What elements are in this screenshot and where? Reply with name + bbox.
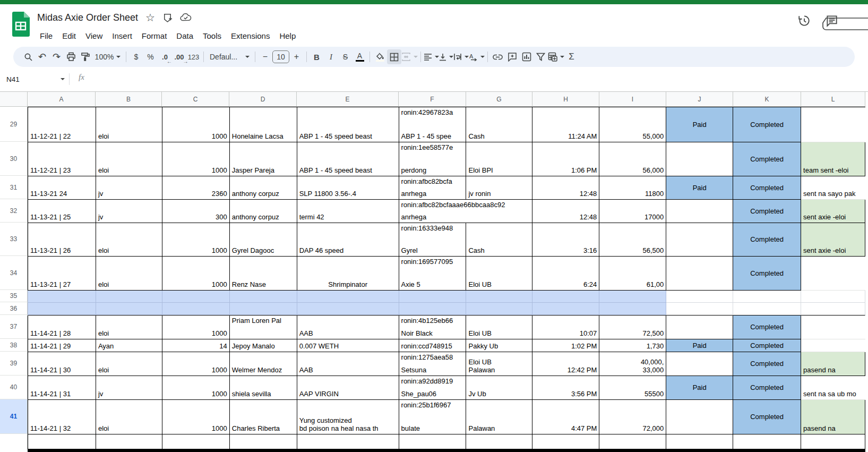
cell-L38[interactable] bbox=[801, 339, 865, 352]
cell-H30[interactable]: 1:06 PM bbox=[532, 142, 599, 176]
cell-I31[interactable]: 11800 bbox=[599, 176, 666, 200]
cell-K34[interactable]: Completed bbox=[733, 257, 801, 291]
cell-I39[interactable]: 40,000,33,000 bbox=[599, 352, 666, 376]
cell-F41[interactable]: ronin:25b1f6967bulate bbox=[399, 400, 467, 434]
column-header-A[interactable]: A bbox=[28, 92, 96, 107]
cell-C37[interactable]: 1000 bbox=[162, 315, 230, 339]
cell-B35[interactable] bbox=[96, 291, 162, 303]
row-header-partial[interactable] bbox=[0, 434, 28, 449]
cell-I34[interactable]: 61,00 bbox=[599, 257, 666, 291]
menu-tools[interactable]: Tools bbox=[198, 29, 226, 42]
cell-A29[interactable]: 11-12-21 | 22 bbox=[28, 107, 96, 142]
cell-L42[interactable] bbox=[801, 434, 865, 450]
cell-L32[interactable]: sent axie -eloi bbox=[801, 200, 865, 223]
cell-B31[interactable]: jv bbox=[96, 176, 162, 200]
star-icon[interactable]: ☆ bbox=[145, 11, 155, 24]
cell-H35[interactable] bbox=[532, 291, 599, 303]
cell-B37[interactable]: eloi bbox=[96, 315, 162, 339]
cell-D35[interactable] bbox=[230, 291, 297, 303]
cell-E31[interactable]: SLP 11800 3.56-.4 bbox=[297, 176, 399, 200]
cell-K33[interactable]: Completed bbox=[733, 223, 801, 257]
number-format-button[interactable]: 123 bbox=[186, 49, 201, 64]
cell-L29[interactable] bbox=[801, 107, 865, 142]
borders-button[interactable] bbox=[387, 49, 401, 64]
cell-I42[interactable] bbox=[599, 434, 666, 450]
table-tools-button[interactable] bbox=[548, 49, 564, 64]
cell-K36[interactable] bbox=[733, 303, 801, 315]
cell-L33[interactable]: sent axie -eloi bbox=[801, 223, 865, 257]
merge-cells-button[interactable] bbox=[401, 49, 418, 64]
cell-F30[interactable]: ronin:1ee58577eperdong bbox=[399, 142, 467, 176]
menu-file[interactable]: File bbox=[35, 29, 57, 42]
undo-icon[interactable]: ↶ bbox=[35, 49, 49, 64]
cell-H42[interactable] bbox=[532, 434, 599, 450]
row-header-40[interactable]: 40 bbox=[0, 376, 28, 399]
cell-J36[interactable] bbox=[666, 303, 733, 315]
cell-B41[interactable]: eloi bbox=[96, 400, 162, 434]
cell-F32[interactable]: ronin:afbc82bcfaaae66bbcaa8c92anrhega bbox=[399, 200, 467, 223]
cell-D31[interactable]: anthony corpuz bbox=[230, 176, 297, 200]
sheets-logo-icon[interactable] bbox=[11, 11, 31, 37]
column-header-L[interactable]: L bbox=[801, 92, 865, 107]
cell-B32[interactable]: jv bbox=[96, 200, 162, 223]
cell-E29[interactable]: ABP 1 - 45 speed beast bbox=[297, 107, 399, 142]
cell-A30[interactable]: 11-12-21 | 23 bbox=[28, 142, 96, 176]
search-icon[interactable] bbox=[21, 49, 35, 64]
cell-B42[interactable] bbox=[96, 434, 162, 450]
fill-color-button[interactable] bbox=[373, 49, 387, 64]
cell-J31[interactable]: Paid bbox=[666, 176, 733, 200]
cell-J41[interactable] bbox=[666, 400, 733, 434]
row-header-29[interactable]: 29 bbox=[0, 107, 28, 142]
version-history-icon[interactable] bbox=[797, 14, 811, 28]
paint-format-icon[interactable] bbox=[78, 49, 92, 64]
column-header-E[interactable]: E bbox=[297, 92, 399, 107]
menu-format[interactable]: Format bbox=[137, 29, 172, 42]
row-header-36[interactable]: 36 bbox=[0, 302, 28, 315]
cell-K32[interactable]: Completed bbox=[733, 200, 801, 223]
font-size-input[interactable]: 10 bbox=[272, 49, 289, 64]
print-icon[interactable] bbox=[64, 49, 78, 64]
cell-K37[interactable]: Completed bbox=[733, 315, 801, 339]
cell-G31[interactable]: jv ronin bbox=[466, 176, 532, 200]
cell-L34[interactable] bbox=[801, 257, 865, 291]
cell-J30[interactable] bbox=[666, 142, 733, 176]
cell-B30[interactable]: eloi bbox=[96, 142, 162, 176]
cell-C42[interactable] bbox=[162, 434, 230, 450]
cloud-saved-icon[interactable] bbox=[180, 13, 192, 22]
cell-K29[interactable]: Completed bbox=[733, 107, 801, 142]
insert-comment-icon[interactable] bbox=[505, 49, 519, 64]
cell-B38[interactable]: Ayan bbox=[96, 339, 162, 352]
cell-D38[interactable]: Jepoy Manalo bbox=[230, 339, 297, 352]
row-header-34[interactable]: 34 bbox=[0, 256, 28, 290]
cell-F31[interactable]: ronin:afbc82bcfaanrhega bbox=[399, 176, 467, 200]
column-header-H[interactable]: H bbox=[532, 92, 599, 107]
cell-G30[interactable]: Eloi BPI bbox=[466, 142, 532, 176]
row-header-39[interactable]: 39 bbox=[0, 352, 28, 376]
row-header-30[interactable]: 30 bbox=[0, 142, 28, 176]
cell-E37[interactable]: AAB bbox=[297, 315, 399, 339]
cell-D33[interactable]: Gyrel Dagooc bbox=[230, 223, 297, 257]
cell-G29[interactable]: Cash bbox=[466, 107, 532, 142]
cell-J39[interactable] bbox=[666, 352, 733, 376]
menu-view[interactable]: View bbox=[81, 29, 107, 42]
insert-chart-icon[interactable] bbox=[519, 49, 534, 64]
cell-K35[interactable] bbox=[733, 291, 801, 303]
font-select[interactable]: Defaul... bbox=[207, 49, 252, 64]
cell-F34[interactable]: ronin:169577095Axie 5 bbox=[399, 257, 467, 291]
cell-G36[interactable] bbox=[466, 303, 532, 315]
meet-present-icon-partial[interactable] bbox=[821, 17, 868, 31]
cell-E30[interactable]: ABP 1 - 45 speed beast bbox=[297, 142, 399, 176]
cell-I36[interactable] bbox=[599, 303, 666, 315]
cell-G40[interactable]: Jv Ub bbox=[466, 376, 532, 400]
menu-edit[interactable]: Edit bbox=[57, 29, 81, 42]
cell-B34[interactable]: eloi bbox=[96, 257, 162, 291]
cell-K42[interactable] bbox=[733, 434, 801, 450]
decrease-font-size-button[interactable]: − bbox=[258, 49, 272, 64]
cell-D39[interactable]: Welmer Mendoz bbox=[230, 352, 297, 376]
cell-B29[interactable]: eloi bbox=[96, 107, 162, 142]
cell-J29[interactable]: Paid bbox=[666, 107, 733, 142]
cell-F40[interactable]: ronin:a92dd8919She_pau06 bbox=[399, 376, 467, 400]
menu-insert[interactable]: Insert bbox=[107, 29, 137, 42]
cell-C32[interactable]: 300 bbox=[162, 200, 230, 223]
format-currency-button[interactable]: $ bbox=[129, 49, 143, 64]
